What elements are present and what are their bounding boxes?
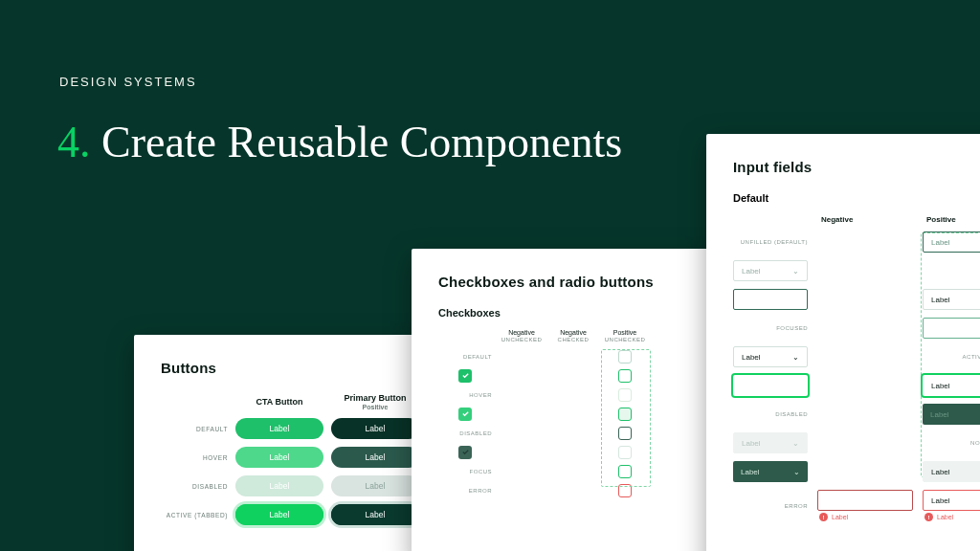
error-message: !Label <box>817 513 913 521</box>
checkboxes-heading: Checkboxes and radio buttons <box>438 274 691 290</box>
checkmark-icon <box>461 371 470 380</box>
inputs-heading: Input fields <box>733 159 980 175</box>
error-message: !Label <box>923 513 980 521</box>
input-negative-disabled: Label⌄ <box>923 404 980 425</box>
title-text: Create Reusable Components <box>101 118 622 166</box>
eyebrow: DESIGN SYSTEMS <box>59 75 197 89</box>
state-label: DEFAULT <box>161 426 228 432</box>
input-negative-noneditable: Label⌄ <box>733 461 808 482</box>
state-label: HOVER <box>161 454 228 461</box>
input-negative-focused[interactable]: Label⌄ <box>923 318 980 339</box>
column-header: PositiveUNCHECKED <box>603 328 647 344</box>
column-header: Positive <box>923 215 980 224</box>
state-label: ACTIVE (TABBED) <box>161 512 228 518</box>
state-label: NON-EDITABLE <box>923 440 980 446</box>
cta-button-hover[interactable]: Label <box>235 447 323 468</box>
checkmark-icon <box>461 448 470 456</box>
chevron-down-icon: ⌄ <box>792 267 799 276</box>
column-header: NegativeUNCHECKED <box>500 328 544 344</box>
checkbox-negative-checked-disabled <box>458 446 472 459</box>
buttons-heading: Buttons <box>161 360 404 376</box>
input-positive-disabled: Label⌄ <box>733 432 808 453</box>
cta-button-header: CTA Button <box>235 397 323 407</box>
inputs-section-header: Default <box>733 192 980 204</box>
checkbox-negative-checked-default[interactable] <box>458 369 472 383</box>
input-negative-error-group: Label⌄ !Label <box>817 490 913 521</box>
input-positive-unfilled[interactable]: Label⌄ <box>733 260 808 281</box>
checkbox-negative-checked-hover[interactable] <box>458 408 472 421</box>
cta-button-disabled: Label <box>235 475 323 496</box>
column-header: NegativeCHECKED <box>551 328 595 344</box>
input-negative-filled[interactable]: Label⌄ <box>733 289 808 310</box>
checkboxes-card: Checkboxes and radio buttons Checkboxes … <box>412 249 718 551</box>
input-negative-unfilled[interactable]: Label⌄ <box>923 231 980 253</box>
state-label: DISABLED <box>438 430 492 436</box>
slide-title: 4. Create Reusable Components <box>57 115 622 170</box>
chevron-down-icon: ⌄ <box>793 468 800 476</box>
checkbox-positive-unchecked-disabled <box>618 446 632 459</box>
title-number: 4. <box>57 118 91 166</box>
primary-button-active[interactable]: Label <box>331 504 419 525</box>
state-label: FOCUS <box>438 469 492 474</box>
checkmark-icon <box>461 409 470 418</box>
state-label: ERROR <box>733 503 808 509</box>
chevron-down-icon: ⌄ <box>792 296 799 304</box>
primary-button-default[interactable]: Label <box>331 418 419 439</box>
primary-button-disabled: Label <box>331 475 419 496</box>
chevron-down-icon: ⌄ <box>792 382 799 390</box>
buttons-card: Buttons CTA Button Primary Button Positi… <box>134 335 431 551</box>
state-label: FOCUSED <box>733 325 808 331</box>
input-negative-error[interactable]: Label⌄ <box>817 490 913 511</box>
error-icon: ! <box>924 513 933 521</box>
input-positive-focused[interactable]: Label⌄ <box>733 346 808 367</box>
state-label: DISABLED <box>161 483 228 490</box>
checkbox-positive-unchecked-default[interactable] <box>618 369 632 383</box>
inputs-card: Input fields Default Negative Positive U… <box>706 134 980 551</box>
input-negative-active[interactable]: Label⌄ <box>733 375 808 396</box>
primary-button-header: Primary Button Positive <box>331 393 419 410</box>
checkbox-positive-unchecked-hover[interactable] <box>618 408 632 421</box>
chevron-down-icon: ⌄ <box>792 353 799 362</box>
input-positive-filled[interactable]: Label⌄ <box>923 289 980 310</box>
state-label: HOVER <box>438 392 492 398</box>
input-positive-error-group: Label⌄ !Label <box>923 490 980 521</box>
state-label: ERROR <box>438 488 492 494</box>
input-positive-noneditable: Label⌄ <box>923 461 980 482</box>
input-positive-active[interactable]: Label⌄ <box>923 375 980 396</box>
state-label: FILLED <box>923 268 980 274</box>
checkbox-negative-unchecked-hover[interactable] <box>618 388 632 402</box>
cta-button-default[interactable]: Label <box>235 418 323 439</box>
checkbox-positive-unchecked-error[interactable] <box>618 484 632 497</box>
state-label: DISABLED <box>733 411 808 417</box>
checkboxes-subheading: Checkboxes <box>438 307 691 319</box>
chevron-down-icon: ⌄ <box>792 439 799 448</box>
checkbox-negative-unchecked-disabled <box>618 427 632 440</box>
checkbox-negative-unchecked-default[interactable] <box>618 350 632 364</box>
input-positive-error[interactable]: Label⌄ <box>923 490 980 511</box>
primary-button-hover[interactable]: Label <box>331 447 419 468</box>
chevron-down-icon: ⌄ <box>898 496 904 505</box>
cta-button-active[interactable]: Label <box>235 504 323 525</box>
state-label: UNFILLED (DEFAULT) <box>733 239 808 245</box>
error-icon: ! <box>819 513 828 521</box>
checkbox-positive-unchecked-focus[interactable] <box>618 465 632 478</box>
state-label: ACTIVE (TABBED) <box>923 354 980 360</box>
column-header: Negative <box>817 215 913 224</box>
state-label: DEFAULT <box>438 354 492 360</box>
